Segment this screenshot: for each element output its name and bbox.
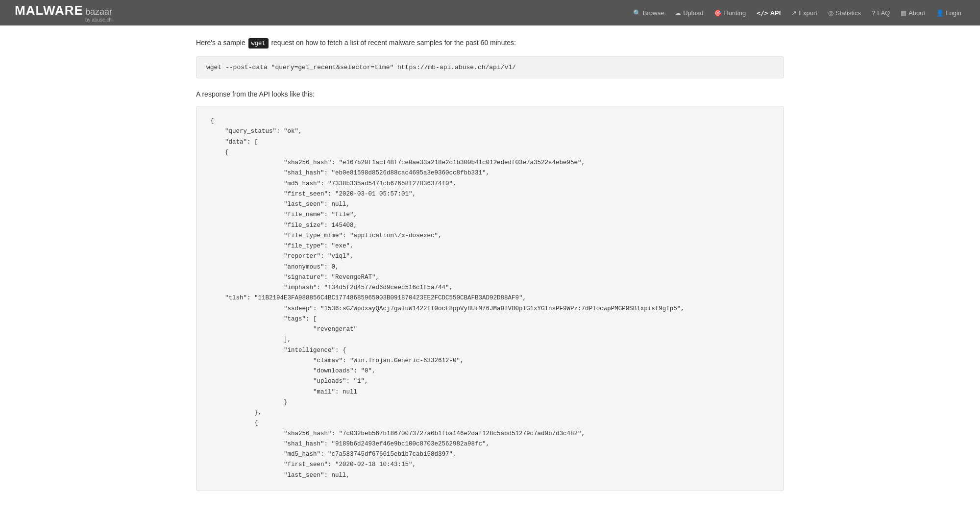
nav-label-statistics: Statistics: [835, 9, 861, 17]
brand-malware: MALWARE: [15, 3, 83, 18]
browse-icon: 🔍: [633, 9, 641, 17]
wget-badge: wget: [248, 38, 269, 49]
faq-icon: ?: [872, 9, 875, 17]
main-nav: MALWARE bazaar BY ABUSE.CH 🔍 Browse ☁ Up…: [0, 0, 980, 25]
hunting-icon: 🎯: [714, 9, 722, 17]
nav-link-export[interactable]: ↗ Export: [787, 6, 821, 20]
nav-label-export: Export: [799, 9, 817, 17]
brand-bazaar: bazaar BY ABUSE.CH: [85, 7, 112, 23]
nav-item-export[interactable]: ↗ Export: [787, 6, 821, 20]
nav-label-upload: Upload: [683, 9, 703, 17]
nav-link-login[interactable]: 👤 Login: [932, 6, 965, 20]
api-icon: </>: [757, 9, 768, 17]
wget-command-block: wget --post-data "query=get_recent&selec…: [196, 56, 784, 78]
nav-link-statistics[interactable]: ◎ Statistics: [824, 6, 865, 20]
nav-item-browse[interactable]: 🔍 Browse: [629, 6, 668, 20]
nav-label-api: API: [770, 9, 781, 17]
nav-item-statistics[interactable]: ◎ Statistics: [824, 6, 865, 20]
main-content: Here's a sample wget request on how to f…: [181, 25, 799, 503]
intro-pre: Here's a sample: [196, 39, 247, 47]
nav-link-hunting[interactable]: 🎯 Hunting: [710, 6, 750, 20]
nav-item-faq[interactable]: ? FAQ: [868, 6, 894, 20]
statistics-icon: ◎: [828, 9, 833, 17]
nav-label-browse: Browse: [643, 9, 664, 17]
nav-link-about[interactable]: ▦ About: [897, 6, 929, 20]
about-icon: ▦: [901, 9, 906, 17]
nav-item-hunting[interactable]: 🎯 Hunting: [710, 6, 750, 20]
nav-item-about[interactable]: ▦ About: [897, 6, 929, 20]
nav-label-hunting: Hunting: [724, 9, 746, 17]
nav-links: 🔍 Browse ☁ Upload 🎯 Hunting </> API ↗: [132, 6, 965, 20]
intro-paragraph: Here's a sample wget request on how to f…: [196, 37, 784, 49]
login-icon: 👤: [936, 9, 944, 17]
nav-item-login[interactable]: 👤 Login: [932, 6, 965, 20]
intro-post: request on how to fetch a list of recent…: [270, 39, 516, 47]
json-response-block: { "query_status": "ok", "data": [ { "sha…: [196, 106, 784, 491]
nav-link-browse[interactable]: 🔍 Browse: [629, 6, 668, 20]
brand-abuse: BY ABUSE.CH: [85, 18, 112, 23]
export-icon: ↗: [791, 9, 797, 17]
nav-label-about: About: [908, 9, 925, 17]
nav-link-upload[interactable]: ☁ Upload: [671, 6, 707, 20]
response-label: A response from the API looks like this:: [196, 90, 784, 98]
nav-label-faq: FAQ: [877, 9, 890, 17]
nav-link-faq[interactable]: ? FAQ: [868, 6, 894, 20]
upload-icon: ☁: [675, 9, 681, 17]
nav-label-login: Login: [946, 9, 961, 17]
brand-logo[interactable]: MALWARE bazaar BY ABUSE.CH: [15, 3, 112, 23]
nav-item-api[interactable]: </> API: [753, 6, 784, 20]
nav-link-api[interactable]: </> API: [753, 6, 784, 20]
nav-item-upload[interactable]: ☁ Upload: [671, 6, 707, 20]
